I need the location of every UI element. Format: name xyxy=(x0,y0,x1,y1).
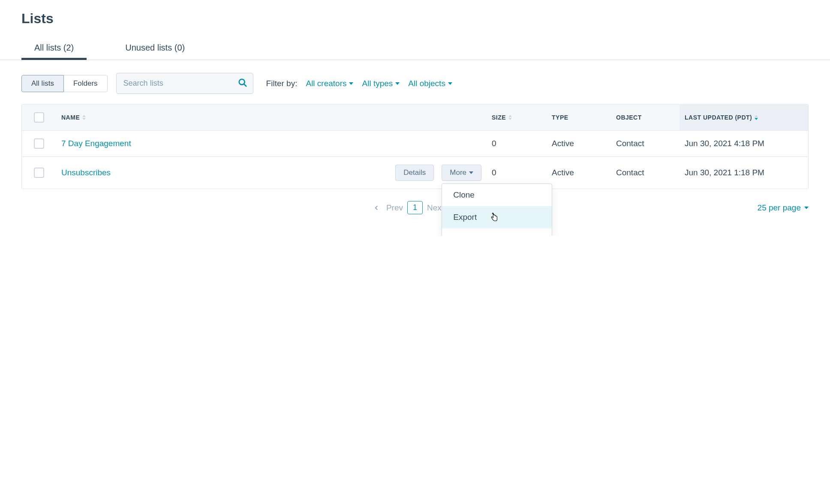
cell-size: 0 xyxy=(487,160,547,185)
cell-type: Active xyxy=(547,131,611,156)
page-title: Lists xyxy=(0,0,830,35)
caret-down-icon xyxy=(349,82,353,85)
details-button[interactable]: Details xyxy=(395,165,434,181)
more-button-label: More xyxy=(450,168,466,177)
filter-objects-label: All objects xyxy=(408,79,445,88)
search-wrap xyxy=(116,73,253,94)
filter-types-label: All types xyxy=(362,79,393,88)
menu-clone[interactable]: Clone xyxy=(442,184,552,206)
row-checkbox[interactable] xyxy=(34,138,44,149)
column-updated[interactable]: LAST UPDATED (PDT) xyxy=(680,105,808,130)
column-object: OBJECT xyxy=(611,105,680,130)
column-name[interactable]: NAME xyxy=(56,105,487,130)
search-input[interactable] xyxy=(116,73,253,94)
list-name-link[interactable]: Unsubscribes xyxy=(61,168,111,177)
tab-unused-lists[interactable]: Unused lists (0) xyxy=(112,35,198,60)
filter-types[interactable]: All types xyxy=(362,79,400,88)
filter-objects[interactable]: All objects xyxy=(408,79,452,88)
pager-prev-arrow[interactable] xyxy=(371,202,382,213)
sort-icon xyxy=(508,115,512,120)
sort-icon xyxy=(755,115,758,120)
cell-object: Contact xyxy=(611,160,680,185)
column-updated-label: LAST UPDATED (PDT) xyxy=(685,114,752,121)
per-page-selector[interactable]: 25 per page xyxy=(758,203,809,213)
per-page-label: 25 per page xyxy=(758,203,801,213)
row-checkbox-cell xyxy=(22,160,56,186)
view-toggle: All lists Folders xyxy=(21,75,108,92)
table-row: 7 Day Engagement 0 Active Contact Jun 30… xyxy=(22,131,808,157)
filter-creators-label: All creators xyxy=(306,79,346,88)
lists-table: NAME SIZE TYPE OBJECT LAST UPDATED (PDT) xyxy=(21,104,809,189)
row-checkbox-cell xyxy=(22,131,56,156)
header-checkbox-cell xyxy=(22,105,56,130)
more-dropdown: Clone Export Move to folder View perfo xyxy=(442,183,552,236)
tab-all-lists[interactable]: All lists (2) xyxy=(21,35,87,60)
column-type: TYPE xyxy=(547,105,611,130)
caret-down-icon xyxy=(395,82,400,85)
column-size-label: SIZE xyxy=(492,114,506,121)
cell-updated: Jun 30, 2021 4:18 PM xyxy=(680,131,808,156)
controls-row: All lists Folders Filter by: All creator… xyxy=(0,60,830,104)
svg-line-1 xyxy=(244,84,246,86)
menu-export-label: Export xyxy=(453,213,477,222)
table-footer: Prev 1 Next 25 per page xyxy=(0,189,830,219)
column-type-label: TYPE xyxy=(552,114,568,121)
tabs-bar: All lists (2) Unused lists (0) xyxy=(0,35,830,60)
cell-object: Contact xyxy=(611,131,680,156)
caret-down-icon xyxy=(448,82,452,85)
view-toggle-all-lists[interactable]: All lists xyxy=(21,75,64,92)
column-object-label: OBJECT xyxy=(616,114,642,121)
row-checkbox[interactable] xyxy=(34,168,44,178)
column-name-label: NAME xyxy=(61,114,80,121)
table-row: Unsubscribes Details More Clone Exp xyxy=(22,157,808,189)
column-size[interactable]: SIZE xyxy=(487,105,547,130)
cursor-pointer-icon xyxy=(490,213,499,222)
more-button[interactable]: More xyxy=(442,165,481,181)
pager-page-number[interactable]: 1 xyxy=(407,201,423,214)
pager-prev-label[interactable]: Prev xyxy=(386,203,403,213)
filter-by-label: Filter by: xyxy=(266,79,298,88)
row-actions: Details More Clone Export xyxy=(395,165,481,181)
cell-name: Unsubscribes Details More Clone Exp xyxy=(56,157,487,189)
caret-down-icon xyxy=(804,207,809,209)
cell-type: Active xyxy=(547,160,611,185)
sort-icon xyxy=(82,115,86,120)
list-name-link[interactable]: 7 Day Engagement xyxy=(61,139,131,148)
cell-updated: Jun 30, 2021 1:18 PM xyxy=(680,160,808,185)
search-icon[interactable] xyxy=(238,78,247,89)
menu-export[interactable]: Export xyxy=(442,206,552,228)
cell-size: 0 xyxy=(487,131,547,156)
select-all-checkbox[interactable] xyxy=(34,112,44,123)
menu-move-to-folder[interactable]: Move to folder xyxy=(442,228,552,236)
filter-creators[interactable]: All creators xyxy=(306,79,353,88)
table-header: NAME SIZE TYPE OBJECT LAST UPDATED (PDT) xyxy=(22,105,808,131)
cell-name: 7 Day Engagement xyxy=(56,131,487,156)
view-toggle-folders[interactable]: Folders xyxy=(64,75,108,92)
pager-next-label[interactable]: Next xyxy=(427,203,444,213)
caret-down-icon xyxy=(469,171,473,174)
